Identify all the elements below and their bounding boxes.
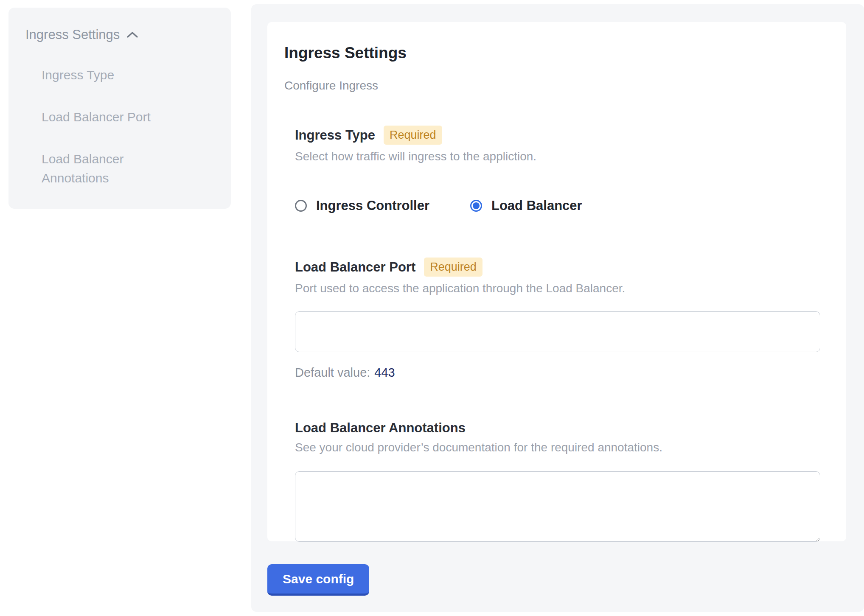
required-badge: Required <box>384 126 442 145</box>
lb-annotations-description: See your cloud provider’s documentation … <box>295 441 829 454</box>
required-badge: Required <box>424 258 482 277</box>
default-value-label: Default value: <box>295 366 370 379</box>
main-panel: Ingress Settings Configure Ingress Ingre… <box>251 4 864 612</box>
sidebar-section-ingress-settings[interactable]: Ingress Settings <box>25 27 214 42</box>
radio-ingress-controller <box>295 200 307 212</box>
sidebar-item-ingress-type[interactable]: Ingress Type <box>42 65 173 84</box>
lb-port-default-line: Default value:443 <box>295 366 829 380</box>
lb-port-label: Load Balancer Port <box>295 260 415 275</box>
sidebar-subnav: Ingress Type Load Balancer Port Load Bal… <box>42 65 214 188</box>
default-value-number: 443 <box>374 366 395 379</box>
field-ingress-type: Ingress Type Required Select how traffic… <box>295 126 829 213</box>
page-title: Ingress Settings <box>284 44 829 62</box>
radio-option-load-balancer[interactable]: Load Balancer <box>470 198 582 213</box>
sidebar-section-label: Ingress Settings <box>25 27 120 42</box>
lb-annotations-label: Load Balancer Annotations <box>295 420 466 436</box>
sidebar-item-load-balancer-port[interactable]: Load Balancer Port <box>42 107 173 126</box>
lb-port-input[interactable] <box>295 311 820 352</box>
ingress-type-description: Select how traffic will ingress to the a… <box>295 150 829 163</box>
radio-load-balancer <box>470 200 482 212</box>
radio-label-load-balancer: Load Balancer <box>491 198 582 213</box>
settings-nav-sidebar: Ingress Settings Ingress Type Load Balan… <box>8 8 231 209</box>
ingress-settings-card: Ingress Settings Configure Ingress Ingre… <box>267 22 846 541</box>
ingress-type-label: Ingress Type <box>295 128 375 143</box>
lb-port-description: Port used to access the application thro… <box>295 282 829 295</box>
sidebar-item-load-balancer-annotations[interactable]: Load Balancer Annotations <box>42 149 173 188</box>
chevron-up-icon <box>126 31 138 39</box>
radio-option-ingress-controller[interactable]: Ingress Controller <box>295 198 429 213</box>
field-load-balancer-annotations: Load Balancer Annotations See your cloud… <box>295 420 829 542</box>
radio-label-ingress-controller: Ingress Controller <box>316 198 429 213</box>
save-config-button[interactable]: Save config <box>267 564 369 596</box>
ingress-type-radio-group: Ingress Controller Load Balancer <box>295 198 829 213</box>
field-load-balancer-port: Load Balancer Port Required Port used to… <box>295 258 829 380</box>
lb-annotations-textarea[interactable] <box>295 471 820 542</box>
page-subtitle: Configure Ingress <box>284 79 829 92</box>
